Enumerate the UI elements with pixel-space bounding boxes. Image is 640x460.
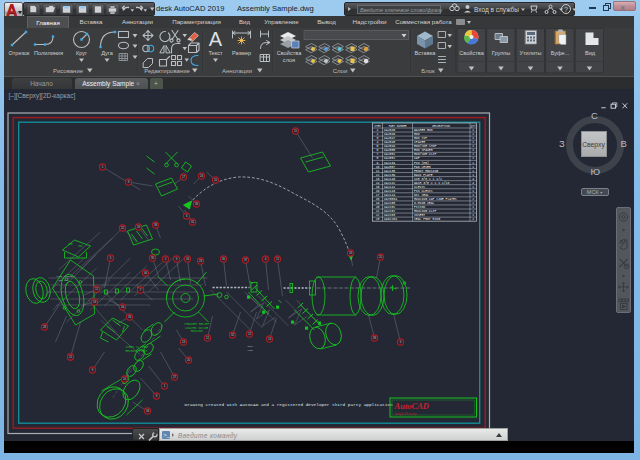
svg-text:Вход в службы: Вход в службы <box>474 6 519 14</box>
svg-text:30: 30 <box>221 257 225 261</box>
svg-text:SCREW #2 THRU: SCREW #2 THRU <box>125 346 147 349</box>
svg-text:Полилиния: Полилиния <box>33 50 62 56</box>
svg-text:Редактирование: Редактирование <box>144 67 190 73</box>
svg-text:22: 22 <box>120 226 124 230</box>
svg-text:40: 40 <box>143 271 147 275</box>
svg-text:20: 20 <box>186 358 190 362</box>
svg-text:28: 28 <box>42 325 46 329</box>
svg-text:Аннотации: Аннотации <box>222 67 252 73</box>
svg-text:11: 11 <box>276 257 279 261</box>
svg-text:34: 34 <box>145 409 149 413</box>
svg-text:33: 33 <box>127 315 131 319</box>
svg-text:19: 19 <box>92 300 96 304</box>
svg-text:Группы: Группы <box>491 49 510 55</box>
svg-text:12: 12 <box>94 287 98 291</box>
svg-text:Свойства: Свойства <box>276 50 301 56</box>
svg-text:BUSH: BUSH <box>247 345 253 348</box>
svg-text:21: 21 <box>68 355 72 359</box>
svg-text:CA62154: CA62154 <box>384 217 397 221</box>
svg-text:38: 38 <box>153 223 157 227</box>
svg-text:29: 29 <box>136 225 140 229</box>
svg-text:HOUSING: HOUSING <box>190 330 202 333</box>
svg-text:Утилиты: Утилиты <box>519 49 541 55</box>
svg-text:Дуга: Дуга <box>101 50 114 56</box>
svg-text:Текст: Текст <box>208 50 223 56</box>
svg-text:15: 15 <box>293 129 297 133</box>
svg-text:Отрезок: Отрезок <box>8 50 30 56</box>
svg-text:37: 37 <box>243 258 247 262</box>
svg-text:32: 32 <box>230 333 234 337</box>
svg-text:1: 1 <box>472 217 474 221</box>
svg-text:THIS ASSEMBLY: THIS ASSEMBLY <box>56 275 75 278</box>
svg-text:Вставка: Вставка <box>414 50 436 56</box>
svg-text:13: 13 <box>267 337 271 341</box>
svg-text:?: ? <box>564 6 568 13</box>
svg-text:11: 11 <box>206 336 209 340</box>
svg-text:17: 17 <box>181 175 185 179</box>
svg-text:Буфе...: Буфе... <box>550 49 569 55</box>
svg-text:10: 10 <box>122 377 126 381</box>
svg-text:23: 23 <box>375 217 379 221</box>
svg-text:SEAL PROT RING: SEAL PROT RING <box>414 217 440 221</box>
svg-text:31: 31 <box>190 220 194 224</box>
svg-text:10: 10 <box>213 178 217 182</box>
svg-text:23: 23 <box>198 259 202 263</box>
svg-text:REF DWG: REF DWG <box>58 279 69 282</box>
svg-text:35: 35 <box>150 256 154 260</box>
svg-text:36: 36 <box>194 202 198 206</box>
svg-text:Вид: Вид <box>584 49 595 55</box>
svg-text:Sample Drawing: Sample Drawing <box>394 412 416 416</box>
svg-text:слоя: слоя <box>282 57 294 63</box>
svg-text:24: 24 <box>199 174 203 178</box>
svg-text:13: 13 <box>181 340 185 344</box>
svg-text:Свойства: Свойства <box>459 49 484 55</box>
svg-text:Drawing created with AutoCAD a: Drawing created with AutoCAD and a regis… <box>184 402 393 407</box>
svg-text:16: 16 <box>185 257 189 261</box>
svg-text:25: 25 <box>378 255 382 259</box>
svg-text:Круг: Круг <box>75 50 86 56</box>
svg-text:12: 12 <box>247 332 251 336</box>
svg-text:39: 39 <box>372 336 376 340</box>
svg-text:Блок: Блок <box>421 67 435 73</box>
svg-text:18: 18 <box>348 251 352 255</box>
svg-text:27: 27 <box>172 375 176 379</box>
svg-text:RELEASE FIRST: RELEASE FIRST <box>125 350 147 353</box>
svg-text:Слои: Слои <box>332 67 347 73</box>
svg-text:AutoCAD: AutoCAD <box>393 401 429 411</box>
svg-text:Размер: Размер <box>231 50 250 56</box>
svg-text:26: 26 <box>120 305 124 309</box>
svg-text:LONG: LONG <box>247 349 253 352</box>
svg-text:A: A <box>208 28 222 50</box>
svg-text:DESCRIPTION: DESCRIPTION <box>432 125 450 128</box>
svg-text:Рисование: Рисование <box>52 67 83 73</box>
